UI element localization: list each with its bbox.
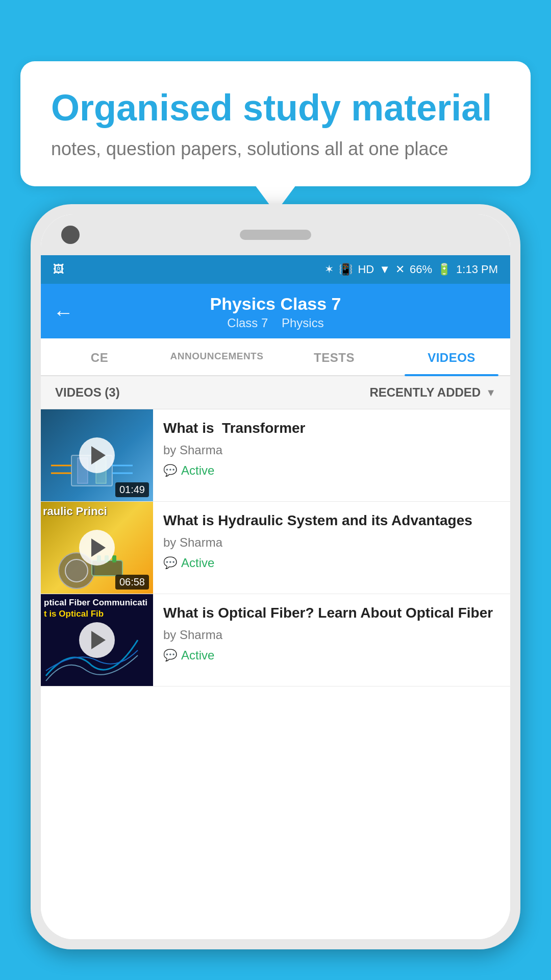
video-thumbnail-1[interactable]: 01:49 bbox=[41, 409, 153, 501]
active-badge-3: 💬 Active bbox=[163, 648, 214, 663]
bubble-title: Organised study material bbox=[51, 88, 500, 128]
video-thumbnail-3[interactable]: ptical Fiber Communicati t is Optical Fi… bbox=[41, 594, 153, 686]
filter-row: VIDEOS (3) RECENTLY ADDED ▼ bbox=[41, 376, 510, 409]
video-author-1: by Sharma bbox=[163, 443, 500, 457]
status-bar: 🖼 ✶ 📳 HD ▼ ✕ 66% 🔋 1:13 PM bbox=[41, 255, 510, 284]
tab-announcements[interactable]: ANNOUNCEMENTS bbox=[158, 338, 276, 375]
phone-top-bar bbox=[41, 214, 510, 255]
sort-label: RECENTLY ADDED bbox=[369, 385, 481, 400]
fiber-text: ptical Fiber Communicati t is Optical Fi… bbox=[44, 597, 147, 620]
bluetooth-icon: ✶ bbox=[324, 263, 334, 276]
battery-icon: 🔋 bbox=[437, 263, 451, 276]
video-duration-2: 06:58 bbox=[115, 575, 149, 590]
video-author-2: by Sharma bbox=[163, 535, 500, 550]
status-left: 🖼 bbox=[53, 263, 64, 276]
front-sensor bbox=[471, 230, 490, 240]
video-info-3: What is Optical Fiber? Learn About Optic… bbox=[153, 594, 510, 672]
active-label-1: Active bbox=[181, 463, 214, 478]
screen-content: 🖼 ✶ 📳 HD ▼ ✕ 66% 🔋 1:13 PM ← Physics Cla… bbox=[41, 255, 510, 939]
bubble-subtitle: notes, question papers, solutions all at… bbox=[51, 138, 500, 160]
vibrate-icon: 📳 bbox=[339, 263, 353, 276]
video-item-2[interactable]: raulic Princi 06:58 bbox=[41, 502, 510, 594]
video-list: 01:49 What is Transformer by Sharma 💬 Ac… bbox=[41, 409, 510, 923]
battery-percent: 66% bbox=[410, 263, 432, 276]
video-duration-1: 01:49 bbox=[115, 482, 149, 497]
active-label-2: Active bbox=[181, 556, 214, 570]
video-info-1: What is Transformer by Sharma 💬 Active bbox=[153, 409, 510, 487]
tab-videos[interactable]: VIDEOS bbox=[393, 338, 510, 375]
earpiece-speaker bbox=[240, 230, 311, 240]
header-title: Physics Class 7 bbox=[84, 294, 467, 314]
header-subtitle: Class 7 Physics bbox=[84, 316, 467, 330]
play-icon-2 bbox=[91, 538, 106, 557]
chat-icon-3: 💬 bbox=[163, 649, 177, 662]
photo-icon: 🖼 bbox=[53, 263, 64, 276]
play-button-2[interactable] bbox=[79, 530, 115, 566]
signal-icon: ✕ bbox=[395, 263, 405, 276]
svg-rect-12 bbox=[112, 555, 116, 562]
tab-ce[interactable]: CE bbox=[41, 338, 158, 375]
videos-count: VIDEOS (3) bbox=[55, 385, 120, 400]
active-label-3: Active bbox=[181, 648, 214, 663]
video-info-2: What is Hydraulic System and its Advanta… bbox=[153, 502, 510, 579]
play-icon-3 bbox=[91, 631, 106, 649]
phone-frame: 🖼 ✶ 📳 HD ▼ ✕ 66% 🔋 1:13 PM ← Physics Cla… bbox=[31, 204, 520, 949]
video-title-1: What is Transformer bbox=[163, 419, 500, 438]
video-item[interactable]: 01:49 What is Transformer by Sharma 💬 Ac… bbox=[41, 409, 510, 502]
chevron-down-icon: ▼ bbox=[486, 387, 496, 399]
phone-inner: 🖼 ✶ 📳 HD ▼ ✕ 66% 🔋 1:13 PM ← Physics Cla… bbox=[41, 214, 510, 939]
video-title-3: What is Optical Fiber? Learn About Optic… bbox=[163, 603, 500, 623]
play-icon-1 bbox=[91, 446, 106, 464]
wifi-icon: ▼ bbox=[379, 263, 390, 276]
tabs-bar: CE ANNOUNCEMENTS TESTS VIDEOS bbox=[41, 338, 510, 376]
chat-icon-1: 💬 bbox=[163, 464, 177, 477]
header-subject: Physics bbox=[282, 316, 324, 330]
active-badge-1: 💬 Active bbox=[163, 463, 214, 478]
play-button-1[interactable] bbox=[79, 437, 115, 473]
front-camera bbox=[61, 226, 80, 244]
svg-point-8 bbox=[65, 559, 88, 582]
speech-bubble-card: Organised study material notes, question… bbox=[20, 61, 531, 186]
video-title-2: What is Hydraulic System and its Advanta… bbox=[163, 511, 500, 530]
active-badge-2: 💬 Active bbox=[163, 556, 214, 570]
video-item-3[interactable]: ptical Fiber Communicati t is Optical Fi… bbox=[41, 594, 510, 687]
video-thumbnail-2[interactable]: raulic Princi 06:58 bbox=[41, 502, 153, 594]
hd-label: HD bbox=[358, 263, 374, 276]
header-class: Class 7 bbox=[227, 316, 268, 330]
video-author-3: by Sharma bbox=[163, 628, 500, 642]
sort-dropdown[interactable]: RECENTLY ADDED ▼ bbox=[369, 385, 496, 400]
status-right: ✶ 📳 HD ▼ ✕ 66% 🔋 1:13 PM bbox=[324, 263, 498, 276]
chat-icon-2: 💬 bbox=[163, 556, 177, 570]
back-button[interactable]: ← bbox=[53, 302, 73, 323]
play-button-3[interactable] bbox=[79, 622, 115, 658]
hydraulic-label: raulic Princi bbox=[43, 505, 151, 518]
app-header: ← Physics Class 7 Class 7 Physics bbox=[41, 284, 510, 338]
clock: 1:13 PM bbox=[456, 263, 498, 276]
tab-tests[interactable]: TESTS bbox=[276, 338, 393, 375]
header-title-block: Physics Class 7 Class 7 Physics bbox=[84, 294, 467, 330]
